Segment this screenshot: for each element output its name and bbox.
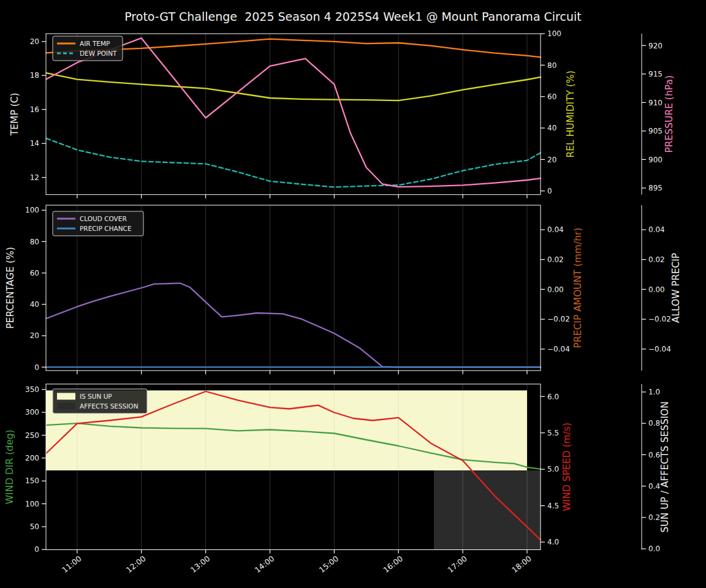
x-tick-label: 13:00 [189,554,212,575]
y-axis-label-right-outer: SUN UP / AFFECTS SESSION [659,401,670,532]
y-tick-label: 895 [648,184,662,192]
y-tick-label: 4.0 [547,538,559,546]
legend-label: IS SUN UP [80,393,112,400]
x-tick-label: 17:00 [446,554,469,575]
y-tick-label: 60 [547,92,556,101]
y-tick-label: 0.02 [648,255,665,264]
y-tick-label: 12 [30,173,39,182]
y-axis-label-left: TEMP (C) [9,92,20,136]
x-tick-label: 12:00 [124,554,148,575]
x-tick-label: 14:00 [253,554,276,575]
legend-label: PRECIP CHANCE [80,225,132,232]
y-tick-label: 905 [648,127,662,135]
chart-cloud-precip: 020406080100−0.04−0.020.000.020.04−0.04−… [5,205,681,374]
y-tick-label: 14 [30,139,39,148]
y-tick-label: 4.5 [547,502,559,510]
x-tick-label: 15:00 [317,554,341,575]
y-tick-label: 100 [25,206,39,214]
y-tick-label: 0.0 [648,545,660,553]
y-tick-label: −0.02 [648,315,671,323]
band-affects-session [434,470,541,549]
y-axis-label-right-inner: PRECIP AMOUNT (mm/hr) [572,228,583,349]
y-tick-label: 0.4 [648,482,660,491]
y-tick-label: 20 [547,156,556,164]
y-tick-label: 40 [30,300,39,309]
y-tick-label: −0.04 [547,345,570,353]
x-tick-label: 18:00 [510,554,533,575]
y-axis-label-right-inner: REL HUMIDITY (%) [565,70,576,157]
y-axis-label-right-outer: ALLOW PRECIP [670,253,681,323]
y-tick-label: 0 [547,187,552,195]
y-axis-label-right-outer: PRESSURE (hPa) [664,75,675,153]
y-tick-label: 18 [30,71,39,80]
weather-charts-svg: 1214161820020406080100895900905910915920… [0,0,706,588]
legend-label: DEW POINT [80,50,117,57]
y-tick-label: 0.8 [648,419,660,428]
legend-swatch-affects-session [57,403,75,410]
legend-label: AFFECTS SESSION [80,402,139,410]
y-tick-label: 300 [25,408,39,417]
y-tick-label: 200 [25,454,39,462]
y-tick-label: 910 [648,99,662,107]
y-tick-label: 5.5 [547,429,559,437]
y-tick-label: 80 [547,61,556,70]
y-tick-label: 1.0 [648,388,660,396]
y-tick-label: 900 [648,156,662,164]
y-tick-label: 0.04 [547,225,564,234]
legend: IS SUN UPAFFECTS SESSION [53,389,147,413]
y-tick-label: −0.04 [648,345,671,353]
legend-label: AIR TEMP [80,40,110,47]
y-tick-label: 915 [648,70,662,78]
y-tick-label: 20 [30,37,39,46]
y-tick-label: 920 [648,42,662,50]
y-tick-label: 0.04 [648,225,665,234]
y-tick-label: 0 [34,545,39,554]
y-tick-label: 0.02 [547,255,564,264]
y-tick-label: 350 [25,385,39,394]
legend-label: CLOUD COVER [80,215,127,222]
series-cloud-cover [47,283,541,367]
legend: CLOUD COVERPRECIP CHANCE [53,211,143,236]
y-tick-label: −0.02 [547,315,570,323]
legend: AIR TEMPDEW POINT [53,36,123,61]
x-tick-label: 11:00 [60,554,83,575]
series-dew-point [47,138,541,187]
chart-temp-humidity-pressure: 1214161820020406080100895900905910915920… [9,29,675,198]
chart-wind-sun: 0501001502002503003504.04.55.05.56.00.00… [4,384,670,575]
x-tick-label: 16:00 [381,554,404,575]
y-tick-label: 150 [25,477,39,485]
y-tick-label: 0.00 [648,285,665,294]
y-tick-label: 16 [30,105,39,114]
y-tick-label: 40 [547,124,556,132]
series-rel-humidity [47,73,541,100]
y-tick-label: 80 [30,238,39,246]
y-tick-label: 60 [30,269,39,277]
y-axis-label-left: PERCENTAGE (%) [5,247,16,329]
y-tick-label: 20 [30,331,39,340]
y-tick-label: 50 [30,522,39,531]
y-tick-label: 250 [25,431,39,440]
y-tick-label: 6.0 [547,393,559,401]
y-axis-label-right-inner: WIND SPEED (m/s) [561,423,572,511]
y-tick-label: 0.00 [547,285,564,294]
y-tick-label: 0.2 [648,513,660,522]
y-tick-label: 100 [25,500,39,508]
y-tick-label: 0.6 [648,451,660,459]
y-tick-label: 100 [547,29,561,38]
y-tick-label: 5.0 [547,465,559,473]
legend-swatch-is-sun-up [57,393,75,400]
y-tick-label: 0 [34,363,39,372]
weather-forecast-figure: Proto-GT Challenge 2025 Season 4 2025S4 … [0,0,706,588]
y-axis-label-left: WIND DIR (deg) [4,429,15,504]
